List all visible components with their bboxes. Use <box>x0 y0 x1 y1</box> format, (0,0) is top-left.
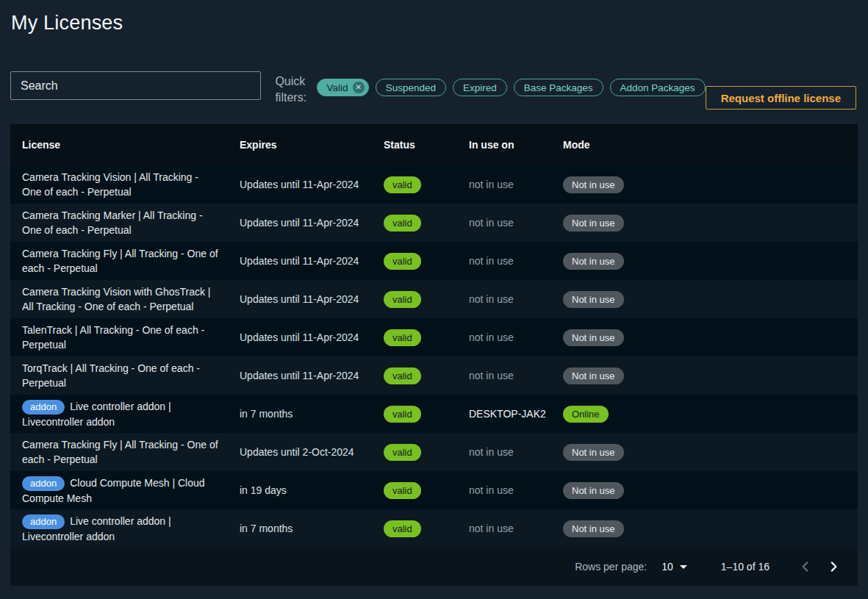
filter-chip-valid[interactable]: Valid ✕ <box>317 79 369 96</box>
filter-chip-suspended[interactable]: Suspended <box>376 79 446 96</box>
previous-page-button[interactable] <box>796 557 815 576</box>
table-row: Camera Tracking Fly | All Tracking - One… <box>10 242 858 280</box>
in-use-on-cell: DESKTOP-JAK2 <box>469 408 563 420</box>
status-badge: valid <box>384 176 421 193</box>
filter-chip-label: Addon Packages <box>620 82 695 93</box>
status-cell: valid <box>384 253 469 270</box>
license-cell: Camera Tracking Fly | All Tracking - One… <box>22 246 240 276</box>
in-use-on-cell: not in use <box>469 331 563 343</box>
status-badge: valid <box>384 215 421 232</box>
mode-cell: Not in use <box>563 520 846 537</box>
rows-per-page-select[interactable]: 10 <box>657 558 692 575</box>
table-row: Camera Tracking Vision with GhosTrack | … <box>10 280 858 318</box>
mode-cell: Not in use <box>563 482 846 499</box>
my-licenses-page: My Licenses Quick filters: Valid ✕ Suspe… <box>0 0 868 599</box>
filter-chip-label: Suspended <box>386 82 436 93</box>
expires-cell: Updates until 11-Apr-2024 <box>240 293 384 305</box>
status-badge: valid <box>384 367 421 384</box>
table-row: TorqTrack | All Tracking - One of each -… <box>10 356 858 395</box>
license-name: Camera Tracking Marker | All Tracking - … <box>22 209 203 236</box>
quick-filters-label: Quick filters: <box>275 73 315 106</box>
search-input[interactable] <box>10 71 261 100</box>
table-row: Camera Tracking Marker | All Tracking - … <box>10 204 858 242</box>
table-row: addonLive controller addon | Livecontrol… <box>10 395 858 433</box>
quick-filter-chips: Valid ✕ Suspended Expired Base Packages … <box>317 79 706 96</box>
in-use-on-cell: not in use <box>469 523 563 534</box>
license-name: Camera Tracking Vision | All Tracking - … <box>22 171 198 198</box>
mode-badge: Not in use <box>563 253 624 270</box>
status-badge: valid <box>384 482 421 499</box>
chevron-right-icon <box>827 560 840 573</box>
status-cell: valid <box>384 406 469 423</box>
expires-cell: Updates until 11-Apr-2024 <box>240 331 384 343</box>
license-cell: Camera Tracking Fly | All Tracking - One… <box>22 437 240 467</box>
mode-badge: Not in use <box>563 291 624 308</box>
caret-down-icon <box>680 565 687 569</box>
mode-cell: Not in use <box>563 176 846 193</box>
in-use-on-cell: not in use <box>469 370 563 381</box>
license-cell: TorqTrack | All Tracking - One of each -… <box>22 361 240 390</box>
mode-cell: Not in use <box>563 329 846 346</box>
table-row: addonLive controller addon | Livecontrol… <box>10 509 858 548</box>
status-cell: valid <box>384 215 469 232</box>
column-header-mode: Mode <box>563 139 846 151</box>
rows-per-page-label: Rows per page: <box>575 561 647 573</box>
status-badge: valid <box>384 329 421 346</box>
column-header-license: License <box>22 139 240 151</box>
mode-cell: Not in use <box>563 367 846 384</box>
next-page-button[interactable] <box>824 557 843 576</box>
status-cell: valid <box>384 176 469 193</box>
page-title: My Licenses <box>0 0 868 35</box>
filter-chip-base-packages[interactable]: Base Packages <box>514 79 603 96</box>
addon-badge: addon <box>22 476 65 491</box>
license-name: Camera Tracking Fly | All Tracking - One… <box>22 439 218 465</box>
in-use-on-cell: not in use <box>469 446 563 458</box>
license-cell: TalenTrack | All Tracking - One of each … <box>22 323 240 352</box>
license-name: TalenTrack | All Tracking - One of each … <box>22 324 204 351</box>
in-use-on-cell: not in use <box>469 217 563 229</box>
expires-cell: Updates until 11-Apr-2024 <box>240 179 384 190</box>
filter-chip-expired[interactable]: Expired <box>453 79 507 96</box>
licenses-table: License Expires Status In use on Mode Ca… <box>10 124 858 586</box>
in-use-on-cell: not in use <box>469 484 563 496</box>
license-name: Camera Tracking Vision with GhosTrack | … <box>22 286 211 312</box>
license-cell: addonLive controller addon | Livecontrol… <box>22 514 240 544</box>
license-cell: addonLive controller addon | Livecontrol… <box>22 399 240 429</box>
mode-badge: Not in use <box>563 215 624 232</box>
in-use-on-cell: not in use <box>469 255 563 267</box>
license-cell: Camera Tracking Vision with GhosTrack | … <box>22 284 240 314</box>
status-badge: valid <box>384 291 421 308</box>
mode-badge: Not in use <box>563 176 624 193</box>
chevron-left-icon <box>799 560 812 573</box>
column-header-in-use-on: In use on <box>469 139 563 151</box>
mode-badge: Not in use <box>563 329 624 346</box>
filter-chip-label: Expired <box>463 82 497 93</box>
expires-cell: Updates until 11-Apr-2024 <box>240 255 384 267</box>
request-offline-license-button[interactable]: Request offline license <box>706 86 856 110</box>
status-badge: valid <box>384 444 421 461</box>
mode-badge: Online <box>563 406 609 423</box>
column-header-expires: Expires <box>240 139 384 151</box>
status-cell: valid <box>384 291 469 308</box>
license-cell: addonCloud Compute Mesh | Cloud Compute … <box>22 476 240 506</box>
license-cell: Camera Tracking Vision | All Tracking - … <box>22 170 240 199</box>
addon-badge: addon <box>22 514 65 529</box>
filter-chip-label: Base Packages <box>524 82 593 93</box>
status-badge: valid <box>384 520 421 537</box>
page-range-label: 1–10 of 16 <box>721 561 770 573</box>
table-row: TalenTrack | All Tracking - One of each … <box>10 318 858 356</box>
rows-per-page-value: 10 <box>661 561 673 573</box>
expires-cell: in 7 months <box>240 523 384 534</box>
mode-cell: Not in use <box>563 291 846 308</box>
table-row: Camera Tracking Vision | All Tracking - … <box>10 165 858 204</box>
status-cell: valid <box>384 444 469 461</box>
license-name: Camera Tracking Fly | All Tracking - One… <box>22 248 218 274</box>
table-header-row: License Expires Status In use on Mode <box>10 124 858 165</box>
filter-chip-addon-packages[interactable]: Addon Packages <box>610 79 706 96</box>
remove-filter-icon[interactable]: ✕ <box>353 82 365 93</box>
expires-cell: Updates until 11-Apr-2024 <box>240 370 384 381</box>
expires-cell: Updates until 11-Apr-2024 <box>240 217 384 229</box>
addon-badge: addon <box>22 400 65 415</box>
pagination: Rows per page: 10 1–10 of 16 <box>10 548 858 586</box>
status-badge: valid <box>384 253 421 270</box>
